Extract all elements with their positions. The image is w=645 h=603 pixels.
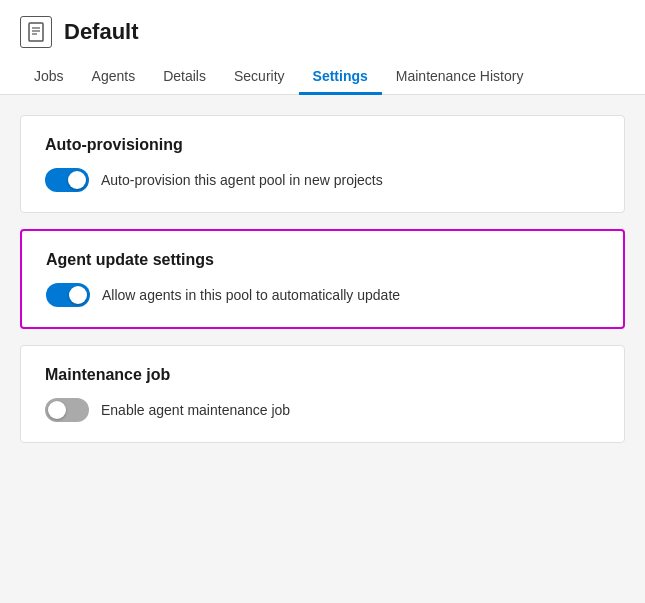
title-row: Default bbox=[20, 16, 625, 48]
svg-rect-0 bbox=[29, 23, 43, 41]
agent-update-toggle[interactable] bbox=[46, 283, 90, 307]
auto-provisioning-toggle[interactable] bbox=[45, 168, 89, 192]
main-content: Auto-provisioning Auto-provision this ag… bbox=[0, 95, 645, 463]
maintenance-job-title: Maintenance job bbox=[45, 366, 600, 384]
auto-provisioning-toggle-label: Auto-provision this agent pool in new pr… bbox=[101, 172, 383, 188]
maintenance-job-toggle-label: Enable agent maintenance job bbox=[101, 402, 290, 418]
maintenance-job-toggle[interactable] bbox=[45, 398, 89, 422]
agent-update-toggle-row: Allow agents in this pool to automatical… bbox=[46, 283, 599, 307]
auto-provisioning-toggle-row: Auto-provision this agent pool in new pr… bbox=[45, 168, 600, 192]
agent-update-toggle-thumb bbox=[69, 286, 87, 304]
agent-update-settings-card: Agent update settings Allow agents in th… bbox=[20, 229, 625, 329]
page-header: Default Jobs Agents Details Security Set… bbox=[0, 0, 645, 95]
tab-security[interactable]: Security bbox=[220, 60, 299, 95]
maintenance-job-card: Maintenance job Enable agent maintenance… bbox=[20, 345, 625, 443]
tab-details[interactable]: Details bbox=[149, 60, 220, 95]
nav-tabs-container: Jobs Agents Details Security Settings Ma… bbox=[20, 60, 625, 94]
auto-provisioning-title: Auto-provisioning bbox=[45, 136, 600, 154]
auto-provisioning-toggle-thumb bbox=[68, 171, 86, 189]
tab-settings[interactable]: Settings bbox=[299, 60, 382, 95]
maintenance-job-toggle-thumb bbox=[48, 401, 66, 419]
nav-tabs-list: Jobs Agents Details Security Settings Ma… bbox=[20, 60, 625, 94]
agent-update-settings-title: Agent update settings bbox=[46, 251, 599, 269]
pool-icon bbox=[20, 16, 52, 48]
tab-agents[interactable]: Agents bbox=[78, 60, 150, 95]
tab-jobs[interactable]: Jobs bbox=[20, 60, 78, 95]
maintenance-job-toggle-row: Enable agent maintenance job bbox=[45, 398, 600, 422]
tab-maintenance-history[interactable]: Maintenance History bbox=[382, 60, 538, 95]
page-title: Default bbox=[64, 19, 139, 45]
auto-provisioning-card: Auto-provisioning Auto-provision this ag… bbox=[20, 115, 625, 213]
agent-update-toggle-label: Allow agents in this pool to automatical… bbox=[102, 287, 400, 303]
